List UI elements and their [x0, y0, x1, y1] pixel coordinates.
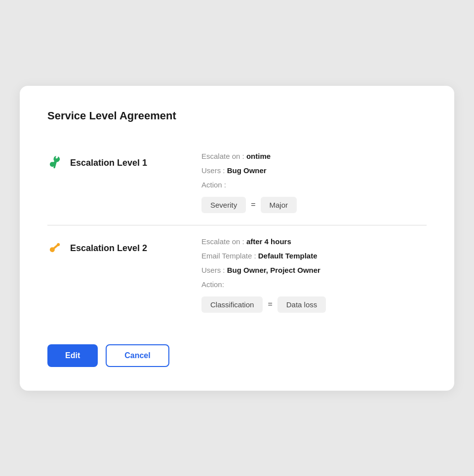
escalation-level-1-icon [47, 154, 63, 172]
footer-buttons: Edit Cancel [47, 344, 427, 367]
cancel-button[interactable]: Cancel [106, 344, 169, 367]
escalation-level-2-details: Escalate on : after 4 hours Email Templa… [201, 237, 427, 313]
escalation-level-1-header: Escalation Level 1 [47, 152, 186, 172]
escalation-level-1-details: Escalate on : ontime Users : Bug Owner A… [201, 152, 427, 213]
escalation-level-2-icon [47, 239, 63, 257]
escalate-on-value-1: ontime [246, 152, 271, 160]
users-row-1: Users : Bug Owner [201, 166, 427, 175]
users-label-1: Users : [201, 166, 225, 175]
users-label-2: Users : [201, 266, 225, 274]
action-label-2: Action: [201, 280, 427, 289]
action-row-1: Severity = Major [201, 197, 427, 213]
escalate-on-value-2: after 4 hours [246, 237, 291, 246]
action-field-2: Classification [201, 296, 263, 313]
escalate-on-label-2: Escalate on : [201, 237, 244, 246]
escalation-level-2-header: Escalation Level 2 [47, 237, 186, 257]
escalate-on-row-2: Escalate on : after 4 hours [201, 237, 427, 246]
action-field-1: Severity [201, 197, 246, 213]
users-value-1: Bug Owner [227, 166, 267, 175]
escalation-level-1-section: Escalation Level 1 Escalate on : ontime … [47, 140, 427, 225]
action-value-1: Major [261, 197, 297, 213]
action-value-2: Data loss [277, 296, 326, 313]
escalate-on-label-1: Escalate on : [201, 152, 244, 160]
email-template-label: Email Template : [201, 252, 256, 260]
users-value-2: Bug Owner, Project Owner [227, 266, 320, 274]
sla-dialog: Service Level Agreement Escalation Level… [20, 86, 454, 391]
escalation-level-1-title: Escalation Level 1 [70, 158, 147, 168]
edit-button[interactable]: Edit [47, 344, 98, 367]
email-template-row: Email Template : Default Template [201, 252, 427, 260]
action-row-2: Classification = Data loss [201, 296, 427, 313]
escalation-level-2-title: Escalation Level 2 [70, 243, 147, 254]
equals-sign-2: = [268, 300, 272, 309]
email-template-value: Default Template [258, 252, 317, 260]
action-label-1: Action : [201, 181, 427, 189]
equals-sign-1: = [251, 200, 255, 209]
escalate-on-row-1: Escalate on : ontime [201, 152, 427, 160]
page-title: Service Level Agreement [47, 110, 427, 122]
users-row-2: Users : Bug Owner, Project Owner [201, 266, 427, 274]
escalation-level-2-section: Escalation Level 2 Escalate on : after 4… [47, 225, 427, 325]
